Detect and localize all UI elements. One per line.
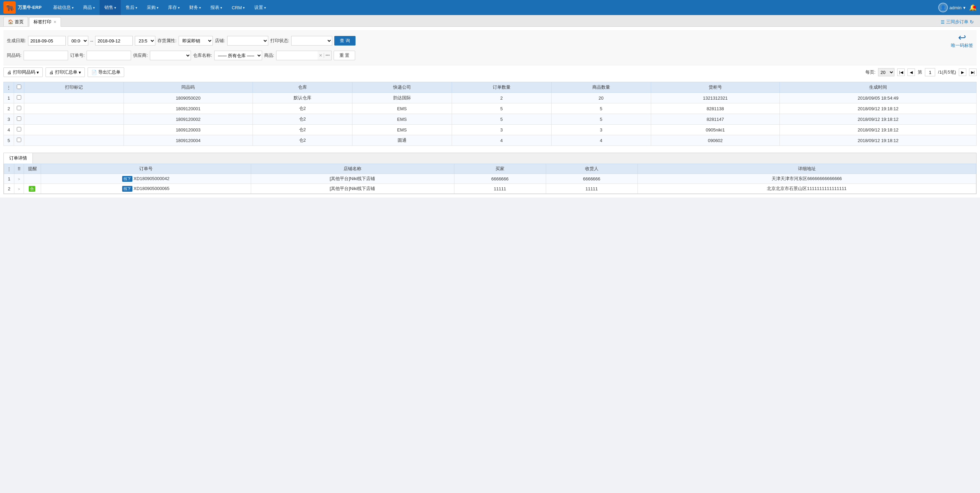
row-checkbox-cell[interactable] <box>14 93 24 104</box>
sync-orders-button[interactable]: ☰ 三同步订单 ↻ <box>938 18 977 26</box>
create-time: 2018/09/12 19:18:12 <box>780 104 977 114</box>
nav-item-goods[interactable]: 商品 ▾ <box>78 0 100 15</box>
chevron-down-icon: ▾ <box>199 6 201 10</box>
tab-home[interactable]: 🏠 首页 <box>3 17 28 26</box>
nav-item-inventory[interactable]: 库存 ▾ <box>163 0 185 15</box>
bottom-table-row[interactable]: 2 > 合 线下XD180905000065 [其他平台]Niki线下店铺 11… <box>4 184 976 194</box>
bottom-table-row[interactable]: 1 > 线下XD180905000042 [其他平台]Niki线下店铺 6666… <box>4 174 976 184</box>
chevron-down-icon: ▾ <box>135 6 137 10</box>
table-row[interactable]: 1 1809050020 默认仓库 韵达国际 2 20 1321312321 2… <box>4 93 977 104</box>
toolbar: 🖨 打印同品码 ▾ 🖨 打印汇总单 ▾ 📄 导出汇总单 每页: 20 50 10… <box>3 65 977 79</box>
goods-qty: 20 <box>551 93 651 104</box>
row-checkbox[interactable] <box>17 116 21 121</box>
bth-shop-name: 店铺名称 <box>251 164 454 174</box>
shop-select[interactable] <box>227 36 268 46</box>
notification-bell[interactable]: 🔔 <box>969 4 977 11</box>
nav-item-aftersales[interactable]: 售后 ▾ <box>121 0 142 15</box>
row-checkbox-cell[interactable] <box>14 114 24 124</box>
reset-button[interactable]: 重 置 <box>334 51 356 60</box>
nav-item-reports[interactable]: 报表 ▾ <box>206 0 227 15</box>
time-end-select[interactable]: 23:59 <box>135 36 155 46</box>
per-page-select[interactable]: 20 50 100 <box>878 68 894 77</box>
warehouse: 仓2 <box>253 104 352 114</box>
container-no: 1321312321 <box>651 93 780 104</box>
print-status-select[interactable] <box>291 36 332 46</box>
table-row[interactable]: 2 1809120001 仓2 EMS 5 5 8281138 2018/09/… <box>4 104 977 114</box>
prev-page-button[interactable]: ◀ <box>907 69 915 76</box>
per-page-label: 每页: <box>865 69 876 75</box>
first-page-button[interactable]: |◀ <box>897 69 905 76</box>
channel-badge: 线下 <box>122 186 132 192</box>
nav-item-finance[interactable]: 财务 ▾ <box>185 0 206 15</box>
row-checkbox-cell[interactable] <box>14 124 24 135</box>
inventory-label: 存货属性: <box>158 38 177 44</box>
bth-drag: ⠿ <box>14 164 24 174</box>
tab-label-print[interactable]: 标签打印 ✕ <box>29 17 61 27</box>
express: EMS <box>352 124 452 135</box>
user-menu[interactable]: 👤 admin ▾ <box>938 3 966 12</box>
refresh-icon: ↻ <box>970 19 974 25</box>
same-code-input[interactable] <box>24 51 68 60</box>
time-start-select[interactable]: 00:00 <box>68 36 88 46</box>
row-checkbox-cell[interactable] <box>14 135 24 146</box>
expand-icon[interactable]: > <box>18 177 20 181</box>
inventory-select[interactable]: 即采即销 <box>179 36 213 46</box>
clear-icon[interactable]: ✕ <box>318 53 324 58</box>
next-page-button[interactable]: ▶ <box>959 69 966 76</box>
brow-expand[interactable]: > <box>14 184 24 194</box>
expand-icon[interactable]: > <box>18 187 20 191</box>
nav-item-purchase[interactable]: 采购 ▾ <box>142 0 163 15</box>
nav-item-sales[interactable]: 销售 ▾ <box>100 0 121 15</box>
table-row[interactable]: 5 1809120004 仓2 圆通 4 4 090602 2018/09/12… <box>4 135 977 146</box>
print-mark <box>24 124 124 135</box>
export-summary-button[interactable]: 📄 导出汇总单 <box>88 67 124 77</box>
brow-receiver: 11111 <box>546 184 638 194</box>
nav-item-basics[interactable]: 基础信息 ▾ <box>48 0 78 15</box>
date-start-input[interactable] <box>28 36 66 46</box>
warehouse-select[interactable]: —— 所有仓库 —— <box>214 51 262 60</box>
last-page-button[interactable]: ▶| <box>969 69 977 76</box>
container-no: 8281138 <box>651 104 780 114</box>
tab-bar: 🏠 首页 标签打印 ✕ ☰ 三同步订单 ↻ <box>0 15 980 27</box>
unique-label-button[interactable]: ↩ 唯一码标签 <box>951 33 973 49</box>
express: EMS <box>352 104 452 114</box>
unique-label-area: ↩ 唯一码标签 <box>951 33 973 49</box>
nav-item-crm[interactable]: CRM ▾ <box>227 0 250 15</box>
print-mark <box>24 93 124 104</box>
brow-shop-name: [其他平台]Niki线下店铺 <box>251 174 454 184</box>
supplier-label: 供应商: <box>133 53 148 59</box>
print-summary-button[interactable]: 🖨 打印汇总单 ▾ <box>46 67 85 77</box>
table-row[interactable]: 3 1809120002 仓2 EMS 5 5 8281147 2018/09/… <box>4 114 977 124</box>
printer-icon: 🖨 <box>7 70 12 75</box>
order-no-label: 订单号: <box>70 53 85 59</box>
table-row[interactable]: 4 1809120003 仓2 EMS 3 3 0905niki1 2018/0… <box>4 124 977 135</box>
date-end-input[interactable] <box>95 36 133 46</box>
goods-input-wrapper: ✕ ••• <box>276 51 332 60</box>
goods-input[interactable] <box>277 51 318 60</box>
chevron-down-icon: ▾ <box>72 6 73 10</box>
brow-buyer: 6666666 <box>454 174 546 184</box>
row-checkbox[interactable] <box>17 95 21 100</box>
row-checkbox[interactable] <box>17 127 21 131</box>
close-icon[interactable]: ✕ <box>53 20 56 24</box>
print-status-label: 打印状态: <box>270 38 290 44</box>
date-label: 生成日期: <box>7 38 26 44</box>
nav-item-settings[interactable]: 设置 ▾ <box>250 0 270 15</box>
th-checkbox[interactable] <box>14 82 24 93</box>
chevron-down-icon: ▾ <box>114 6 116 10</box>
more-icon[interactable]: ••• <box>324 53 331 58</box>
query-button[interactable]: 查 询 <box>334 36 356 46</box>
row-checkbox[interactable] <box>17 106 21 110</box>
create-time: 2018/09/12 19:18:12 <box>780 135 977 146</box>
same-code-label: 同品码: <box>7 53 22 59</box>
select-all-checkbox[interactable] <box>17 85 21 89</box>
bth-order-no: 订单号 <box>41 164 251 174</box>
row-checkbox[interactable] <box>17 138 21 142</box>
supplier-select[interactable] <box>150 51 191 60</box>
brow-expand[interactable]: > <box>14 174 24 184</box>
tab-order-detail[interactable]: 订单详情 <box>4 153 33 164</box>
print-same-code-button[interactable]: 🖨 打印同品码 ▾ <box>3 67 43 77</box>
page-number-input[interactable] <box>925 68 935 77</box>
order-no-input[interactable] <box>87 51 131 60</box>
row-checkbox-cell[interactable] <box>14 104 24 114</box>
